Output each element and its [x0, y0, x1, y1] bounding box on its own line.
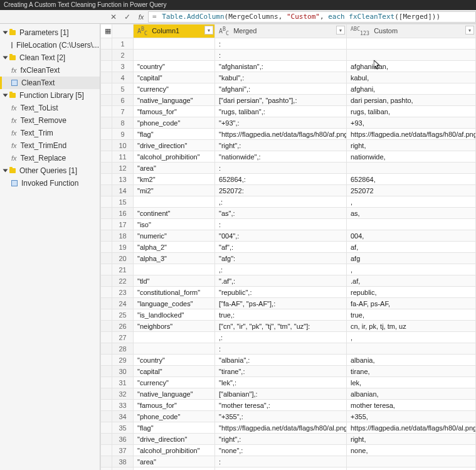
- cell-merged[interactable]: ,:: [215, 332, 347, 343]
- cell-column1[interactable]: "numeric": [134, 230, 215, 242]
- cell-column1[interactable]: "native_language": [134, 95, 215, 106]
- table-row[interactable]: 14 "mi2"252072:252072: [101, 185, 476, 196]
- cell-merged[interactable]: :: [215, 343, 347, 355]
- cell-merged[interactable]: "right",:: [215, 140, 347, 151]
- cell-custom[interactable]: republic,: [347, 287, 476, 298]
- table-corner-icon[interactable]: ▦: [101, 24, 112, 38]
- table-row[interactable]: 21,:,: [101, 264, 476, 275]
- cell-custom[interactable]: fa-AF, ps-AF,: [347, 298, 476, 309]
- nav-item[interactable]: Invoked Function: [0, 177, 100, 190]
- cell-custom[interactable]: lek,: [347, 377, 476, 388]
- cell-custom[interactable]: [347, 343, 476, 355]
- cell-column1[interactable]: "km2": [134, 467, 215, 470]
- cell-merged[interactable]: "afghani",:: [215, 83, 347, 95]
- cell-column1[interactable]: [134, 343, 215, 355]
- nav-item[interactable]: fxText_Replace: [0, 152, 100, 164]
- cell-merged[interactable]: ["albanian"],:: [215, 388, 347, 400]
- cell-column1[interactable]: "tld": [134, 275, 215, 287]
- cell-custom[interactable]: kabul,: [347, 72, 476, 83]
- cell-column1[interactable]: [134, 50, 215, 61]
- cell-custom[interactable]: [347, 38, 476, 50]
- table-row[interactable]: 22"tld"".af",:.af,: [101, 275, 476, 287]
- cell-column1[interactable]: "capital": [134, 366, 215, 377]
- cell-column1[interactable]: [134, 264, 215, 275]
- table-row[interactable]: 9"flag""https://flagpedia.net/data/flags…: [101, 129, 476, 140]
- cell-custom[interactable]: [347, 50, 476, 61]
- cell-merged[interactable]: ["fa-AF", "ps-AF"],:: [215, 298, 347, 309]
- table-row[interactable]: 3"country""afghanistan",:afghanistan,: [101, 61, 476, 72]
- nav-group[interactable]: Function Library [5]: [0, 89, 100, 102]
- nav-group[interactable]: Other Queries [1]: [0, 164, 100, 177]
- nav-item[interactable]: fxText_Remove: [0, 114, 100, 127]
- table-row[interactable]: 10"drive_direction""right",:right,: [101, 140, 476, 151]
- cell-merged[interactable]: "+93",:: [215, 117, 347, 129]
- nav-group[interactable]: Parameters [1]: [0, 26, 100, 39]
- cell-custom[interactable]: af,: [347, 242, 476, 253]
- cell-merged[interactable]: :: [215, 163, 347, 174]
- cell-merged[interactable]: "right",:: [215, 434, 347, 445]
- cell-merged[interactable]: "004",:: [215, 230, 347, 242]
- cell-merged[interactable]: true,:: [215, 309, 347, 321]
- table-row[interactable]: 17"iso":: [101, 219, 476, 230]
- cell-column1[interactable]: "mi2": [134, 185, 215, 196]
- table-row[interactable]: 28:: [101, 343, 476, 355]
- formula-input[interactable]: = Table.AddColumn(MergeColumns, "Custom"…: [148, 11, 476, 23]
- cell-column1[interactable]: "currency": [134, 377, 215, 388]
- cell-column1[interactable]: "capital": [134, 72, 215, 83]
- table-row[interactable]: 8"phone_code""+93",:+93,: [101, 117, 476, 129]
- table-row[interactable]: 15,:,: [101, 196, 476, 208]
- cell-column1[interactable]: "country": [134, 355, 215, 366]
- cell-custom[interactable]: right,: [347, 434, 476, 445]
- formula-accept-button[interactable]: ✓: [120, 13, 134, 21]
- cell-column1[interactable]: "country": [134, 61, 215, 72]
- cell-merged[interactable]: "lek",:: [215, 377, 347, 388]
- table-row[interactable]: 18 "numeric""004",:004,: [101, 230, 476, 242]
- cell-column1[interactable]: "area": [134, 456, 215, 467]
- cell-column1[interactable]: "alpha_3": [134, 253, 215, 264]
- cell-merged[interactable]: ,:: [215, 196, 347, 208]
- cell-column1[interactable]: "drive_direction": [134, 434, 215, 445]
- cell-merged[interactable]: "https://flagpedia.net/data/flags/h80/af…: [215, 129, 347, 140]
- nav-item[interactable]: fxText_TrimEnd: [0, 139, 100, 152]
- column-header-custom[interactable]: ABC123 Custom ▾: [347, 24, 476, 38]
- table-row[interactable]: 11"alcohol_prohibition""nationwide",:nat…: [101, 151, 476, 163]
- cell-merged[interactable]: :: [215, 219, 347, 230]
- cell-merged[interactable]: ,:: [215, 264, 347, 275]
- column-filter-button[interactable]: ▾: [465, 26, 474, 35]
- cell-column1[interactable]: [134, 332, 215, 343]
- cell-merged[interactable]: "+355",:: [215, 411, 347, 422]
- cell-merged[interactable]: "af",:: [215, 242, 347, 253]
- table-row[interactable]: 1:: [101, 38, 476, 50]
- cell-custom[interactable]: cn, ir, pk, tj, tm, uz: [347, 321, 476, 332]
- table-row[interactable]: 33"famous_for""mother teresa",:mother te…: [101, 400, 476, 411]
- cell-custom[interactable]: https://flagpedia.net/data/flags/h80/af.…: [347, 129, 476, 140]
- cell-merged[interactable]: "as",:: [215, 208, 347, 219]
- table-row[interactable]: 35"flag""https://flagpedia.net/data/flag…: [101, 422, 476, 434]
- table-row[interactable]: 39 "km2"28748,:28748,: [101, 467, 476, 470]
- table-row[interactable]: 32"native_language"["albanian"],:albania…: [101, 388, 476, 400]
- table-row[interactable]: 25"is_landlocked"true,:true,: [101, 309, 476, 321]
- cell-merged[interactable]: :: [215, 50, 347, 61]
- table-row[interactable]: 7"famous_for""rugs, taliban",:rugs, tali…: [101, 106, 476, 117]
- cell-merged[interactable]: "rugs, taliban",:: [215, 106, 347, 117]
- table-row[interactable]: 37"alcohol_prohibition""none",:none,: [101, 445, 476, 456]
- cell-merged[interactable]: 28748,:: [215, 467, 347, 470]
- cell-custom[interactable]: ,: [347, 332, 476, 343]
- cell-custom[interactable]: rugs, taliban,: [347, 106, 476, 117]
- table-row[interactable]: 34"phone_code""+355",:+355,: [101, 411, 476, 422]
- cell-merged[interactable]: ["cn", "ir", "pk", "tj", "tm", "uz"]:: [215, 321, 347, 332]
- cell-custom[interactable]: [347, 163, 476, 174]
- cell-custom[interactable]: dari persian, pashto,: [347, 95, 476, 106]
- table-row[interactable]: 6"native_language"["dari persian", "pash…: [101, 95, 476, 106]
- cell-merged[interactable]: "republic",:: [215, 287, 347, 298]
- cell-merged[interactable]: "mother teresa",:: [215, 400, 347, 411]
- cell-merged[interactable]: "tirane",:: [215, 366, 347, 377]
- cell-custom[interactable]: 652864,: [347, 174, 476, 185]
- cell-merged[interactable]: "afghanistan",:: [215, 61, 347, 72]
- cell-column1[interactable]: [134, 196, 215, 208]
- cell-merged[interactable]: "albania",:: [215, 355, 347, 366]
- cell-custom[interactable]: +355,: [347, 411, 476, 422]
- cell-merged[interactable]: "none",:: [215, 445, 347, 456]
- nav-item[interactable]: fxText_ToList: [0, 102, 100, 114]
- cell-custom[interactable]: tirane,: [347, 366, 476, 377]
